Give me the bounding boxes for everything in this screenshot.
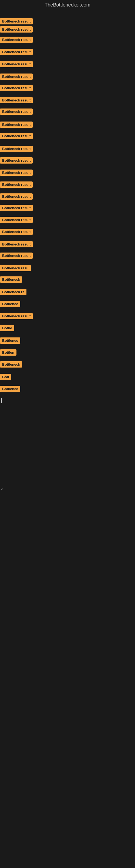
- bottleneck-item: Bottleneck: [0, 276, 22, 284]
- text-cursor: [1, 398, 2, 403]
- bottleneck-item: Bottleneck result: [0, 313, 33, 320]
- bottleneck-item: Bottleneck result: [0, 122, 33, 129]
- bottleneck-item: Bottleneck result: [0, 252, 33, 260]
- bottleneck-badge: Bottlenec: [0, 386, 20, 392]
- small-text-label: c: [1, 488, 3, 491]
- bottleneck-item: Bottleneck result: [0, 26, 33, 34]
- bottleneck-item: Bottleneck result: [0, 108, 33, 116]
- bottleneck-badge: Bottleneck result: [0, 252, 33, 259]
- bottleneck-item: Bottleneck result: [0, 182, 33, 189]
- bottleneck-item: Bottle: [0, 325, 14, 332]
- bottleneck-item: Bottlenec: [0, 386, 20, 393]
- bottleneck-item: Bottleneck result: [0, 157, 33, 165]
- bottleneck-item: Bottlenec: [0, 337, 20, 345]
- bottleneck-badge: Bottlenec: [0, 337, 20, 344]
- bottleneck-badge: Bottleneck result: [0, 169, 33, 176]
- bottleneck-badge: Bottleneck: [0, 276, 22, 283]
- bottleneck-badge: Bottleneck: [0, 361, 22, 368]
- bottleneck-badge: Bottleneck result: [0, 37, 33, 43]
- bottleneck-item: Bottleneck result: [0, 85, 33, 92]
- site-title: TheBottlenecker.com: [0, 0, 135, 10]
- bottleneck-badge: Bottleneck result: [0, 182, 33, 188]
- bottleneck-badge: Bottleneck result: [0, 73, 33, 80]
- bottleneck-badge: Bottlenec: [0, 301, 20, 307]
- bottleneck-item: Bottleneck result: [0, 49, 33, 56]
- bottleneck-item: Bott: [0, 374, 11, 381]
- bottleneck-item: Bottleneck resu: [0, 265, 31, 272]
- bottleneck-item: Bottleneck result: [0, 241, 33, 248]
- bottleneck-badge: Bottleneck result: [0, 217, 33, 223]
- bottleneck-item: Bottleneck result: [0, 169, 33, 177]
- bottleneck-badge: Bottleneck resu: [0, 265, 31, 271]
- bottleneck-item: Bottleneck result: [0, 18, 33, 26]
- bottleneck-badge: Bottleneck result: [0, 146, 33, 152]
- page-wrapper: TheBottlenecker.com Bottleneck resultBot…: [0, 0, 135, 868]
- bottleneck-item: Bottleneck result: [0, 193, 33, 201]
- bottleneck-item: Bottlen: [0, 349, 16, 357]
- bottleneck-item: Bottleneck: [0, 361, 22, 369]
- bottleneck-badge: Bottleneck result: [0, 122, 33, 128]
- bottleneck-item: Bottleneck result: [0, 97, 33, 104]
- bottleneck-badge: Bottleneck result: [0, 157, 33, 163]
- bottleneck-badge: Bottleneck result: [0, 241, 33, 247]
- bottleneck-item: Bottleneck re: [0, 289, 27, 296]
- bottleneck-item: Bottleneck result: [0, 146, 33, 153]
- bottleneck-badge: Bottleneck result: [0, 97, 33, 103]
- bottleneck-item: Bottleneck result: [0, 133, 33, 140]
- bottleneck-badge: Bott: [0, 374, 11, 380]
- bottleneck-badge: Bottleneck result: [0, 61, 33, 67]
- bottleneck-item: Bottleneck result: [0, 61, 33, 68]
- bottleneck-item: Bottleneck result: [0, 229, 33, 236]
- bottleneck-badge: Bottlen: [0, 349, 16, 355]
- bottleneck-badge: Bottleneck result: [0, 313, 33, 319]
- bottleneck-badge: Bottleneck result: [0, 108, 33, 115]
- bottleneck-badge: Bottleneck result: [0, 133, 33, 139]
- bottleneck-item: Bottleneck result: [0, 37, 33, 44]
- bottleneck-item: Bottleneck result: [0, 205, 33, 212]
- bottleneck-badge: Bottleneck result: [0, 193, 33, 199]
- bottleneck-badge: Bottleneck result: [0, 229, 33, 235]
- bottleneck-badge: Bottleneck result: [0, 205, 33, 211]
- bottleneck-badge: Bottleneck result: [0, 18, 33, 24]
- bottleneck-item: Bottlenec: [0, 301, 20, 308]
- bottleneck-badge: Bottleneck result: [0, 49, 33, 55]
- bottleneck-badge: Bottleneck re: [0, 289, 27, 295]
- bottleneck-item: Bottleneck result: [0, 217, 33, 224]
- bottleneck-badge: Bottleneck result: [0, 85, 33, 91]
- bottleneck-badge: Bottleneck result: [0, 26, 33, 33]
- bottleneck-item: Bottleneck result: [0, 73, 33, 81]
- bottleneck-badge: Bottle: [0, 325, 14, 331]
